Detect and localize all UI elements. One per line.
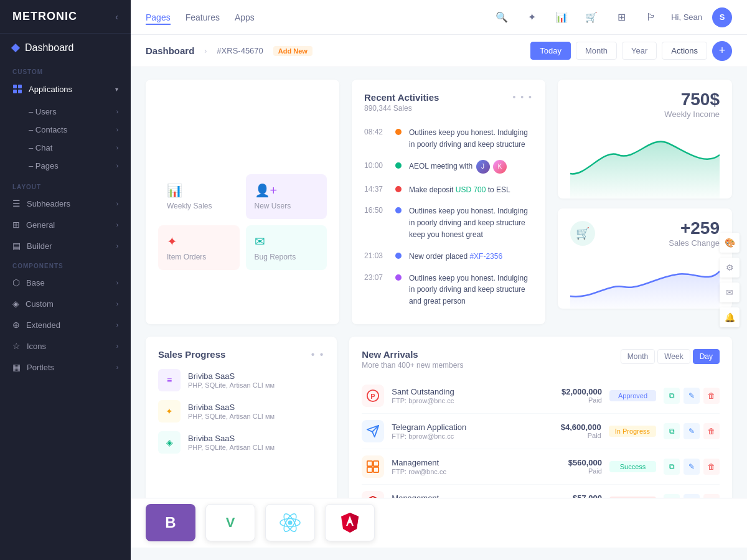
add-new-badge[interactable]: Add New xyxy=(273,46,312,56)
sidebar-item-users[interactable]: – Users › xyxy=(0,103,131,121)
sidebar-section-components: COMPONENTS xyxy=(0,256,131,272)
sidebar-item-builder[interactable]: ▤ Builder › xyxy=(0,235,131,256)
deposit-amount: USD 700 xyxy=(456,185,486,194)
sidebar-item-icons[interactable]: ☆ Icons › xyxy=(0,335,131,357)
category-new-users[interactable]: 👤+ New Users xyxy=(246,174,327,219)
contacts-arrow-icon: › xyxy=(116,126,118,133)
arrivals-amount-mgmt1: $560,000 Paid xyxy=(546,458,602,475)
edit-icon[interactable]: ✎ xyxy=(684,388,700,404)
applications-icon xyxy=(12,84,22,94)
export-button[interactable]: Export ▾ xyxy=(284,92,327,107)
activities-title-block: Recent Activities 890,344 Sales xyxy=(364,92,439,113)
activity-content: AEOL meeting with J K xyxy=(409,160,533,174)
sidebar-collapse-icon[interactable]: ‹ xyxy=(115,12,118,22)
sidebar-item-contacts[interactable]: – Contacts › xyxy=(0,121,131,139)
arrivals-app-icon-mgmt1 xyxy=(362,455,384,478)
sidebar-item-chat[interactable]: – Chat › xyxy=(0,139,131,157)
dashboard-icon xyxy=(11,44,20,52)
weekly-sales-label: Weekly Sales xyxy=(167,202,212,210)
sales-progress-more-icon[interactable]: • • xyxy=(311,349,325,360)
svg-rect-3 xyxy=(18,90,22,93)
right-icon-bell[interactable]: 🔔 xyxy=(720,307,740,327)
sales-item-icon-teal: ◈ xyxy=(158,431,181,454)
sidebar-item-pages[interactable]: – Pages › xyxy=(0,157,131,175)
income-card: 750$ Weekly Income xyxy=(558,80,732,198)
subheaders-icon: ☰ xyxy=(12,198,21,208)
category-bug-reports[interactable]: ✉ Bug Reports xyxy=(246,225,327,270)
sales-item-info: Briviba SaaS PHP, SQLite, Artisan CLI мм xyxy=(188,434,324,451)
right-icon-send[interactable]: ✉ xyxy=(720,282,740,302)
react-logo[interactable] xyxy=(265,505,315,542)
nav-link-apps[interactable]: Apps xyxy=(235,10,255,25)
svg-rect-7 xyxy=(374,461,378,466)
right-icon-palette[interactable]: 🎨 xyxy=(720,233,740,253)
breadcrumb-title: Dashboard xyxy=(146,45,194,56)
right-floating-icons: 🎨 ⚙ ✉ 🔔 xyxy=(715,228,745,332)
period-day-btn[interactable]: Day xyxy=(693,349,720,364)
sidebar-item-portlets[interactable]: ▦ Portlets › xyxy=(0,357,131,378)
vue-logo[interactable]: V xyxy=(205,505,255,542)
sales-change-values: +259 Sales Change xyxy=(669,218,720,248)
nav-link-pages[interactable]: Pages xyxy=(146,10,171,25)
activity-item: 10:00 AEOL meeting with J K xyxy=(364,155,533,179)
delete-icon[interactable]: 🗑 xyxy=(703,423,720,439)
builder-icon: ▤ xyxy=(12,241,21,251)
period-month-btn[interactable]: Month xyxy=(621,349,655,364)
right-icon-settings[interactable]: ⚙ xyxy=(720,258,740,278)
period-month-button[interactable]: Month xyxy=(576,42,617,60)
nav-link-features[interactable]: Features xyxy=(186,10,220,25)
sidebar-item-extended[interactable]: ⊕ Extended › xyxy=(0,314,131,335)
portlets-label: Portlets xyxy=(27,363,54,372)
search-icon[interactable]: 🔍 xyxy=(492,7,512,27)
period-week-btn[interactable]: Week xyxy=(657,349,690,364)
actions-button[interactable]: Actions xyxy=(662,42,707,60)
activities-more-icon[interactable]: • • • xyxy=(513,92,533,102)
bootstrap-logo[interactable]: B xyxy=(146,505,195,542)
edit-icon[interactable]: ✎ xyxy=(684,459,700,475)
activity-dot-icon xyxy=(395,129,402,135)
bug-reports-label: Bug Reports xyxy=(255,253,296,261)
sidebar-item-base[interactable]: ⬡ Base › xyxy=(0,272,131,293)
share-icon[interactable]: ✦ xyxy=(522,7,542,27)
sidebar-item-general[interactable]: ⊞ General › xyxy=(0,214,131,235)
applications-expand-icon: ▾ xyxy=(115,86,118,93)
arrivals-name: Sant Outstanding xyxy=(392,387,538,396)
user-avatar[interactable]: S xyxy=(712,7,732,27)
avatar-1: J xyxy=(476,160,490,174)
status-badge-inprogress: In Progress xyxy=(609,426,656,437)
arrivals-name: Management xyxy=(392,458,538,467)
activity-time: 21:03 xyxy=(364,251,388,260)
arrivals-amount-sant: $2,000,000 Paid xyxy=(546,387,602,404)
arrivals-ftp: FTP: bprow@bnc.cc xyxy=(392,397,538,404)
sidebar-item-applications[interactable]: Applications ▾ xyxy=(0,78,131,100)
custom-icon: ◈ xyxy=(12,299,19,309)
flag-icon[interactable]: 🏳 xyxy=(641,7,661,27)
sales-progress-header: Sales Progress • • xyxy=(158,349,324,360)
period-year-button[interactable]: Year xyxy=(622,42,657,60)
cart-icon[interactable]: 🛒 xyxy=(581,7,601,27)
category-item-orders[interactable]: ✦ Item Orders xyxy=(158,225,240,270)
category-weekly-sales[interactable]: 📊 Weekly Sales xyxy=(158,174,240,219)
sales-change-top: 🛒 +259 Sales Change xyxy=(570,218,720,248)
delete-icon[interactable]: 🗑 xyxy=(703,459,720,475)
angular-logo[interactable] xyxy=(325,505,375,542)
angular-icon xyxy=(339,512,361,534)
copy-icon[interactable]: ⧉ xyxy=(664,423,680,439)
sidebar-item-subheaders[interactable]: ☰ Subheaders › xyxy=(0,193,131,214)
activity-time: 23:07 xyxy=(364,273,388,282)
top-row: Categories Export ▾ xyxy=(146,80,732,324)
sales-change-card: 🛒 +259 Sales Change xyxy=(558,208,732,309)
period-today-button[interactable]: Today xyxy=(530,42,571,60)
grid-icon[interactable]: ⊞ xyxy=(611,7,631,27)
chart-icon[interactable]: 📊 xyxy=(552,7,571,27)
item-orders-label: Item Orders xyxy=(167,253,206,261)
copy-icon[interactable]: ⧉ xyxy=(664,388,680,404)
copy-icon[interactable]: ⧉ xyxy=(664,459,680,475)
edit-icon[interactable]: ✎ xyxy=(684,423,700,439)
add-button[interactable]: + xyxy=(712,41,732,61)
sidebar-item-custom[interactable]: ◈ Custom › xyxy=(0,293,131,314)
top-navbar: Pages Features Apps 🔍 ✦ 📊 🛒 ⊞ 🏳 Hi, Sean… xyxy=(131,0,747,35)
sidebar-item-dashboard[interactable]: Dashboard xyxy=(0,34,131,62)
arrival-row: Telegram Application FTP: bprow@bnc.cc $… xyxy=(362,414,720,449)
delete-icon[interactable]: 🗑 xyxy=(703,388,720,404)
